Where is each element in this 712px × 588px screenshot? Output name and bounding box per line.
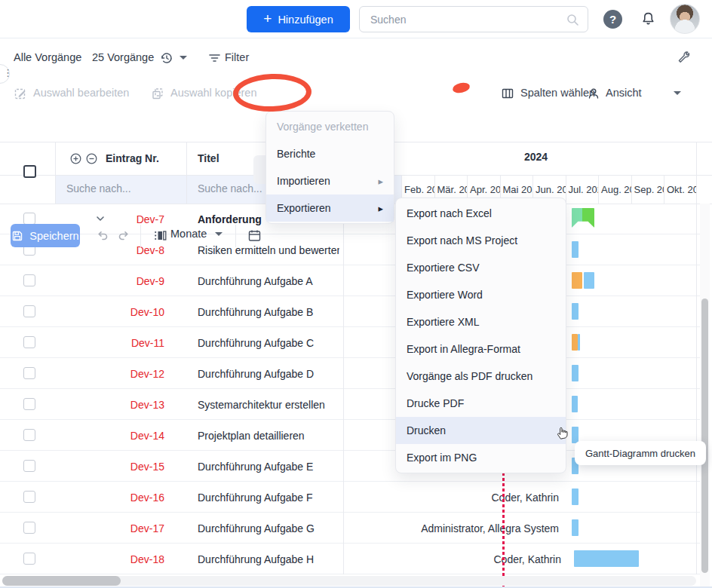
row-checkbox[interactable] [23, 305, 35, 317]
entry-column-header[interactable]: Eintrag Nr. [69, 142, 159, 175]
submenu-item[interactable]: Export nach MS Project [396, 227, 566, 254]
entry-search-input[interactable]: Suche nach... [66, 182, 131, 194]
submenu-item[interactable]: Exportiere CSV [396, 254, 566, 281]
row-id-link[interactable]: Dev-12 [64, 368, 164, 380]
submenu-item-label: Export nach Excel [407, 207, 492, 219]
person-icon [587, 87, 600, 100]
gantt-bar-summary[interactable] [572, 208, 594, 228]
bell-icon[interactable] [640, 11, 656, 27]
title-column-header[interactable]: Titel [198, 142, 219, 175]
row-checkbox[interactable] [23, 336, 35, 348]
gantt-bar-blue[interactable] [572, 303, 578, 320]
row-id-link[interactable]: Dev-17 [64, 522, 164, 534]
edit-selection-button[interactable]: Auswahl bearbeiten [33, 87, 129, 99]
gantt-bar-orange[interactable] [572, 334, 578, 351]
submenu-item[interactable]: Drucken [396, 417, 566, 444]
selection-toolbar: Auswahl bearbeiten Auswahl kopieren ⋮ Sp… [0, 77, 712, 110]
toolbar-divider [140, 225, 141, 247]
row-checkbox[interactable] [23, 429, 35, 441]
row-checkbox[interactable] [23, 460, 35, 472]
menu-item-label: Importieren [277, 175, 378, 187]
submenu-item-label: Vorgänge als PDF drucken [407, 370, 532, 382]
menu-item[interactable]: Exportieren ▸ [266, 194, 394, 222]
gantt-bar-blue[interactable] [584, 272, 594, 289]
history-caret-icon[interactable] [180, 56, 187, 60]
gantt-bar-blue[interactable] [578, 334, 580, 351]
filter-bar: Alle Vorgänge 25 Vorgänge Filter [0, 38, 712, 77]
row-id-link[interactable]: Dev-14 [64, 430, 164, 442]
undo-icon[interactable] [95, 228, 109, 243]
row-checkbox[interactable] [23, 213, 35, 225]
row-checkbox[interactable] [23, 553, 35, 565]
collapse-all-icon[interactable] [85, 152, 98, 165]
month-label: Okt. 2024 [667, 184, 697, 195]
horizontal-scrollbar-thumb[interactable] [2, 576, 121, 586]
gantt-bar-blue[interactable] [572, 365, 578, 381]
gantt-bar-orange[interactable] [572, 272, 582, 289]
row-id-link[interactable]: Dev-13 [64, 399, 164, 411]
gantt-bar-blue[interactable] [572, 241, 578, 258]
menu-item-label: Berichte [277, 148, 378, 160]
menu-item[interactable]: Importieren ▸ [266, 167, 394, 194]
scale-select[interactable]: Monate [170, 228, 207, 240]
table-row: Dev-13 Systemarchitektur erstellen [0, 389, 701, 420]
gantt-bar-blue[interactable] [574, 550, 639, 567]
row-checkbox[interactable] [23, 367, 35, 379]
month-label: Mär. 2024 [437, 184, 468, 195]
table-row: Dev-9 Durchführung Aufgabe A [0, 265, 701, 296]
calendar-icon[interactable] [247, 228, 262, 243]
history-icon[interactable] [160, 51, 173, 65]
row-checkbox[interactable] [23, 522, 35, 534]
row-id-link[interactable]: Dev-18 [64, 553, 164, 565]
menu-item-label: Vorgänge verketten [277, 121, 378, 133]
submenu-item[interactable]: Exportiere Word [396, 281, 566, 308]
submenu-item[interactable]: Drucke PDF [396, 390, 566, 417]
row-checkbox[interactable] [23, 491, 35, 503]
add-button[interactable]: + Hinzufügen [247, 6, 350, 32]
row-id-link[interactable]: Dev-9 [64, 275, 164, 287]
title-search-input[interactable]: Suche nach... [198, 182, 262, 194]
copy-selection-button[interactable]: Auswahl kopieren [170, 87, 256, 99]
expand-all-icon[interactable] [69, 152, 82, 165]
avatar[interactable] [670, 4, 700, 34]
view-button[interactable]: Ansicht [606, 87, 642, 99]
submenu-item[interactable]: Export im PNG [396, 444, 566, 471]
submenu-item[interactable]: Vorgänge als PDF drucken [396, 363, 566, 390]
submenu-item[interactable]: Exportiere XML [396, 308, 566, 335]
filter-label[interactable]: Filter [225, 51, 249, 63]
menu-item[interactable]: Berichte ▸ [266, 140, 394, 167]
gantt-bar-blue[interactable] [572, 488, 578, 505]
redo-icon[interactable] [117, 228, 131, 243]
table-row: Dev-16 Durchführung Aufgabe F Coder, Kat… [0, 482, 701, 513]
row-assignee: Coder, Kathrin [343, 553, 561, 565]
row-id-link[interactable]: Dev-10 [64, 306, 164, 318]
row-id-link[interactable]: Dev-11 [64, 337, 164, 349]
submenu-arrow-icon: ▸ [378, 176, 383, 187]
row-checkbox[interactable] [23, 398, 35, 410]
select-all-checkbox[interactable] [23, 165, 36, 178]
row-id-link[interactable]: Dev-7 [64, 213, 164, 225]
app-window: + Hinzufügen ? Alle Vorgänge 25 Vorgänge… [0, 0, 712, 588]
submenu-item[interactable]: Export nach Excel [396, 200, 566, 227]
vertical-scrollbar-thumb[interactable] [701, 299, 708, 573]
row-title: Systemarchitektur erstellen [198, 399, 339, 411]
tooltip: Gantt-Diagramm drucken [575, 441, 706, 465]
save-button[interactable]: Speichern [11, 224, 80, 247]
choose-columns-button[interactable]: Spalten wählen [520, 87, 595, 99]
scope-label[interactable]: Alle Vorgänge [14, 51, 81, 63]
submenu-item[interactable]: Export in Allegra-Format [396, 335, 566, 363]
filter-icon[interactable] [208, 52, 221, 64]
search-input[interactable] [370, 7, 559, 32]
help-icon[interactable]: ? [603, 10, 622, 29]
gantt-bar-blue[interactable] [572, 519, 578, 536]
gantt-bar-blue[interactable] [572, 396, 578, 412]
submenu-item-label: Export in Allegra-Format [407, 343, 520, 355]
gantt-bar-blue[interactable] [572, 427, 578, 443]
row-id-link[interactable]: Dev-15 [64, 461, 164, 473]
month-label: Jun. 2024 [536, 184, 566, 195]
wrench-icon[interactable] [677, 50, 690, 63]
row-id-link[interactable]: Dev-16 [64, 492, 164, 504]
row-id-link[interactable]: Dev-8 [64, 244, 164, 256]
row-checkbox[interactable] [23, 274, 35, 286]
save-icon [11, 230, 23, 242]
